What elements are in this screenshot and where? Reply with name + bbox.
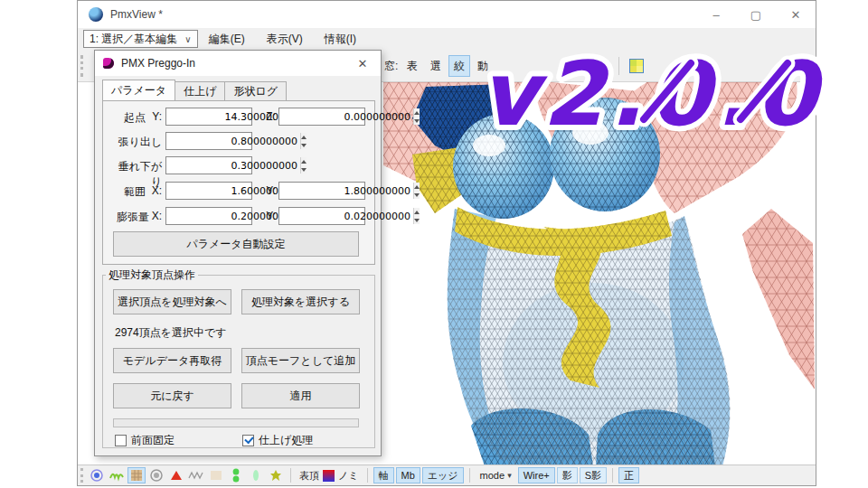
origin-y-input[interactable] [165,108,252,126]
pale-capsule-icon[interactable] [247,467,265,483]
faint-patch-icon[interactable] [207,467,225,483]
protrude-label: 張り出し [108,135,162,150]
tab-parameters[interactable]: パラメータ [102,80,175,100]
inflate-y-prefix: Y: [263,210,276,222]
tab-shape-log[interactable]: 形状ログ [224,81,287,100]
dialog-title: PMX Preggo-In [121,57,195,70]
menu-info[interactable]: 情報(I) [314,32,367,47]
minimize-button[interactable]: – [696,1,736,28]
add-vertex-morph-button[interactable]: 頂点モーフとして追加 [241,348,360,373]
pmxview-app-icon [89,7,103,22]
gray-target-icon[interactable] [147,467,165,483]
toolbar-grip [80,468,83,483]
menu-edit[interactable]: 編集(E) [198,32,256,47]
reload-model-button[interactable]: モデルデータ再取得 [113,348,231,373]
green-capsule-icon[interactable] [227,467,245,483]
red-triangle-icon[interactable] [167,467,185,483]
origin-z-prefix: Z: [263,110,276,123]
auto-set-params-button[interactable]: パラメータ自動設定 [113,231,359,257]
origin-y-prefix: Y: [149,110,162,123]
tab-finish[interactable]: 仕上げ [175,81,225,100]
front-fix-checkbox[interactable]: 前面固定 [115,433,175,447]
dialog-title-bar: PMX Preggo-In ✕ [95,51,381,76]
menu-bar: 1: 選択／基本編集 ∨ 編集(E) 表示(V) 情報(I) [78,28,816,50]
screen: PmxView * – ▢ ✕ 1: 選択／基本編集 ∨ 編集(E) 表示(V)… [0,0,868,488]
inflate-x-input[interactable] [165,207,252,225]
target-vertex-group-label: 処理対象頂点操作 [106,267,198,283]
nomi-toggle[interactable]: ノミ [335,469,363,483]
close-button[interactable]: ✕ [776,1,816,28]
maximize-button[interactable]: ▢ [736,1,776,28]
toolbar-grip [80,55,83,77]
menu-view[interactable]: 表示(V) [256,32,314,47]
quad-view-button[interactable] [624,55,649,77]
selected-to-target-button[interactable]: 選択頂点を処理対象へ [113,289,231,314]
material-toggle[interactable]: Mb [396,467,420,483]
self-shadow-toggle[interactable]: S影 [580,467,607,483]
quad-grid-icon [629,59,644,73]
texture-patch-icon[interactable] [127,467,146,483]
rotate-arrow-icon [779,58,794,74]
edit-mode-label: 1: 選択／基本編集 [90,32,177,47]
plugin-icon [103,58,114,69]
scribble-icon[interactable] [108,467,126,483]
vertex-target-icon[interactable] [88,467,106,483]
inflate-x-prefix: X: [149,210,162,222]
rotate-view-button[interactable] [774,55,799,77]
finish-process-checkbox[interactable]: 仕上げ処理 [242,433,313,447]
pmx-preggo-in-dialog: PMX Preggo-In ✕ パラメータ 仕上げ 形状ログ 起点 Y: Z: … [94,50,382,456]
front-fix-checkbox-label: 前面固定 [131,433,175,448]
sag-input[interactable] [165,156,252,174]
vertex-color-icon[interactable] [323,470,335,482]
origin-label: 起点 [113,110,146,126]
v-axis-toggle[interactable]: v軸 [582,55,609,77]
toggle-select-panel[interactable]: 選 [425,55,447,77]
range-y-input[interactable] [278,182,365,200]
origin-z-input[interactable] [278,108,365,126]
show-front-vertex-toggle[interactable]: 表頂 [296,469,323,483]
flower-icon[interactable] [267,467,285,483]
apply-button[interactable]: 適用 [241,383,360,408]
finish-process-checkbox-box[interactable] [242,435,254,446]
select-target-button[interactable]: 処理対象を選択する [241,289,360,314]
protrude-input[interactable] [165,132,252,150]
toggle-filter-panel[interactable]: 絞 [448,55,470,77]
range-label: 範囲 [113,184,146,200]
selection-count-status: 2974頂点を選択中です [115,325,227,341]
front-fix-checkbox-box[interactable] [115,435,127,446]
range-x-input[interactable] [165,182,252,200]
progress-bar [113,418,359,427]
window-panels-label: 窓: [384,59,398,74]
inflate-y-input[interactable] [278,207,365,225]
edge-toggle[interactable]: エッジ [422,467,464,483]
range-x-prefix: X: [149,184,162,197]
dialog-close-button[interactable]: ✕ [344,51,381,76]
edit-mode-selector[interactable]: 1: 選択／基本編集 ∨ [83,30,198,48]
display-toolbar: 表頂 ノミ 軸 Mb エッジ mode ▾ Wire+ 影 S影 正 [78,465,816,485]
mode-dropdown[interactable]: mode ▾ [476,467,516,483]
range-y-prefix: Y: [263,184,276,197]
toggle-display-panel[interactable]: 表 [401,55,423,77]
caret-down-icon: ▾ [507,471,512,480]
inflate-label: 膨張量 [108,210,149,225]
window-title: PmxView * [110,8,163,21]
undo-button[interactable]: 元に戻す [113,383,231,408]
wave-icon[interactable] [187,467,205,483]
shadow-toggle[interactable]: 影 [557,467,578,483]
toggle-motion-panel[interactable]: 動 [472,55,494,77]
chevron-down-icon: ∨ [184,34,191,44]
tab-strip: パラメータ 仕上げ 形状ログ [102,81,286,100]
title-bar: PmxView * – ▢ ✕ [78,1,816,28]
finish-process-checkbox-label: 仕上げ処理 [259,433,313,448]
wire-plus-toggle[interactable]: Wire+ [518,467,555,483]
front-view-toggle[interactable]: 正 [618,467,639,483]
axis-toggle[interactable]: 軸 [373,467,394,483]
